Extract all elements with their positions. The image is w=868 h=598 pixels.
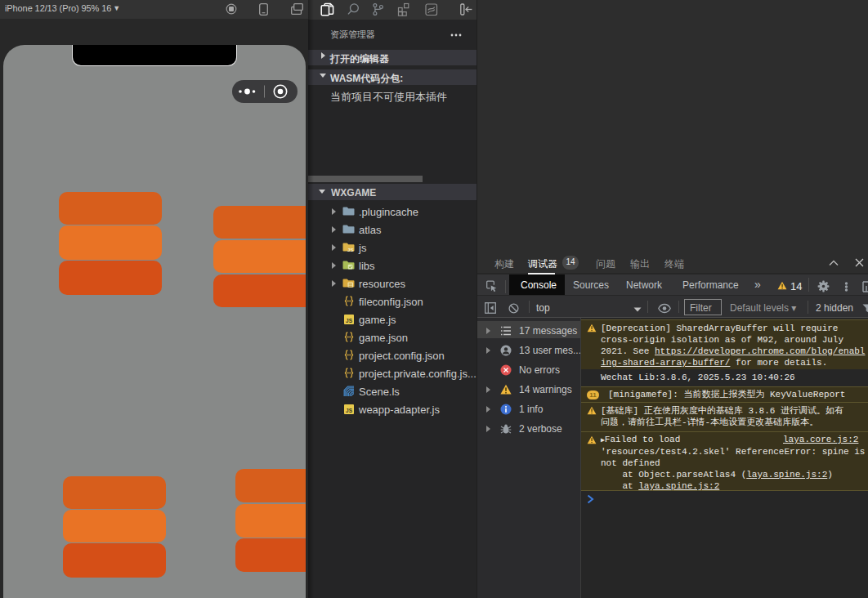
svg-text:JS: JS [347, 247, 354, 252]
